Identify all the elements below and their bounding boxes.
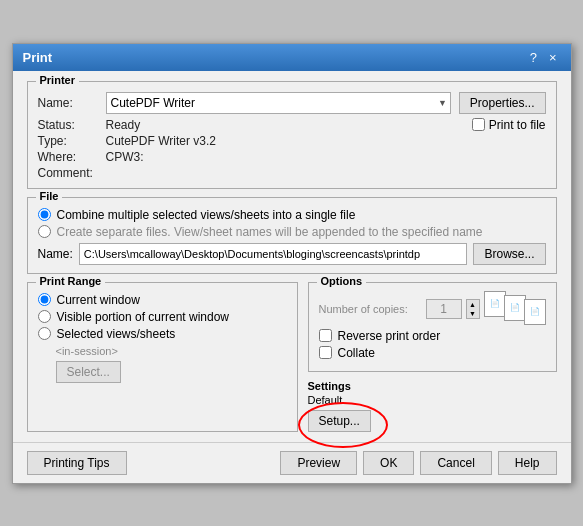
reverse-print-label: Reverse print order [338, 329, 441, 343]
copy-icon-1: 📄 [484, 291, 506, 317]
file-name-label: Name: [38, 247, 73, 261]
bottom-sections: Print Range Current window Visible porti… [27, 282, 557, 432]
title-bar-buttons: ? × [526, 51, 561, 64]
print-dialog: Print ? × Printer Name: CutePDF Writer P… [12, 43, 572, 484]
options-label: Options [317, 275, 367, 287]
dialog-title: Print [23, 50, 53, 65]
status-label: Status: [38, 118, 106, 132]
visible-portion-radio[interactable] [38, 310, 51, 323]
type-label: Type: [38, 134, 106, 148]
file-section: File Combine multiple selected views/she… [27, 197, 557, 274]
printer-select[interactable]: CutePDF Writer [106, 92, 451, 114]
footer-left: Printing Tips [27, 451, 275, 475]
footer-buttons: Preview OK Cancel Help [280, 451, 556, 475]
where-label: Where: [38, 150, 106, 164]
comment-label: Comment: [38, 166, 106, 180]
selected-views-radio[interactable] [38, 327, 51, 340]
options-section: Options Number of copies: ▲ ▼ 📄 📄 📄 [308, 282, 557, 372]
browse-button[interactable]: Browse... [473, 243, 545, 265]
printer-section: Printer Name: CutePDF Writer Properties.… [27, 81, 557, 189]
cancel-button[interactable]: Cancel [420, 451, 491, 475]
copies-input[interactable] [426, 299, 462, 319]
select-button[interactable]: Select... [56, 361, 121, 383]
printer-section-label: Printer [36, 74, 79, 86]
print-range-label: Print Range [36, 275, 106, 287]
settings-section: Settings Default Setup... [308, 380, 557, 432]
printer-select-wrapper: CutePDF Writer [106, 92, 451, 114]
combine-label: Combine multiple selected views/sheets i… [57, 208, 356, 222]
file-section-label: File [36, 190, 63, 202]
reverse-print-row: Reverse print order [319, 329, 546, 343]
copy-icons: 📄 📄 📄 [484, 291, 546, 325]
where-value: CPW3: [106, 150, 446, 164]
properties-button[interactable]: Properties... [459, 92, 546, 114]
settings-title: Settings [308, 380, 557, 392]
printer-name-label: Name: [38, 96, 106, 110]
printing-tips-button[interactable]: Printing Tips [27, 451, 127, 475]
print-range-section: Print Range Current window Visible porti… [27, 282, 298, 432]
help-button[interactable]: ? [526, 51, 541, 64]
current-window-label: Current window [57, 293, 140, 307]
setup-btn-wrapper: Setup... [308, 410, 371, 432]
collate-label: Collate [338, 346, 375, 360]
selected-views-label: Selected views/sheets [57, 327, 176, 341]
close-button[interactable]: × [545, 51, 561, 64]
spinner-down[interactable]: ▼ [467, 309, 479, 318]
print-to-file-row: Print to file [472, 118, 546, 132]
file-name-input[interactable] [79, 243, 468, 265]
copies-label: Number of copies: [319, 303, 422, 315]
combine-radio[interactable] [38, 208, 51, 221]
dialog-footer: Printing Tips Preview OK Cancel Help [13, 442, 571, 483]
type-value: CutePDF Writer v3.2 [106, 134, 446, 148]
spinner-up[interactable]: ▲ [467, 300, 479, 309]
settings-default: Default [308, 394, 557, 406]
setup-button[interactable]: Setup... [308, 410, 371, 432]
copy-icon-2: 📄 [504, 295, 526, 321]
visible-portion-label: Visible portion of current window [57, 310, 230, 324]
copy-icon-3: 📄 [524, 299, 546, 325]
collate-checkbox[interactable] [319, 346, 332, 359]
print-to-file-checkbox[interactable] [472, 118, 485, 131]
title-bar: Print ? × [13, 44, 571, 71]
copies-spinner: ▲ ▼ [466, 299, 480, 319]
separate-label: Create separate files. View/sheet names … [57, 225, 483, 239]
collate-row: Collate [319, 346, 546, 360]
copies-row: Number of copies: ▲ ▼ 📄 📄 📄 [319, 293, 546, 325]
dialog-body: Printer Name: CutePDF Writer Properties.… [13, 71, 571, 442]
current-window-radio[interactable] [38, 293, 51, 306]
in-session-text: <in-session> [56, 345, 287, 357]
file-name-row: Name: Browse... [38, 243, 546, 265]
status-value: Ready [106, 118, 446, 132]
print-to-file-label: Print to file [489, 118, 546, 132]
ok-button[interactable]: OK [363, 451, 414, 475]
separate-radio[interactable] [38, 225, 51, 238]
help-footer-button[interactable]: Help [498, 451, 557, 475]
printer-status-grid: Status: Ready Print to file Type: CutePD… [38, 118, 546, 180]
preview-button[interactable]: Preview [280, 451, 357, 475]
reverse-print-checkbox[interactable] [319, 329, 332, 342]
